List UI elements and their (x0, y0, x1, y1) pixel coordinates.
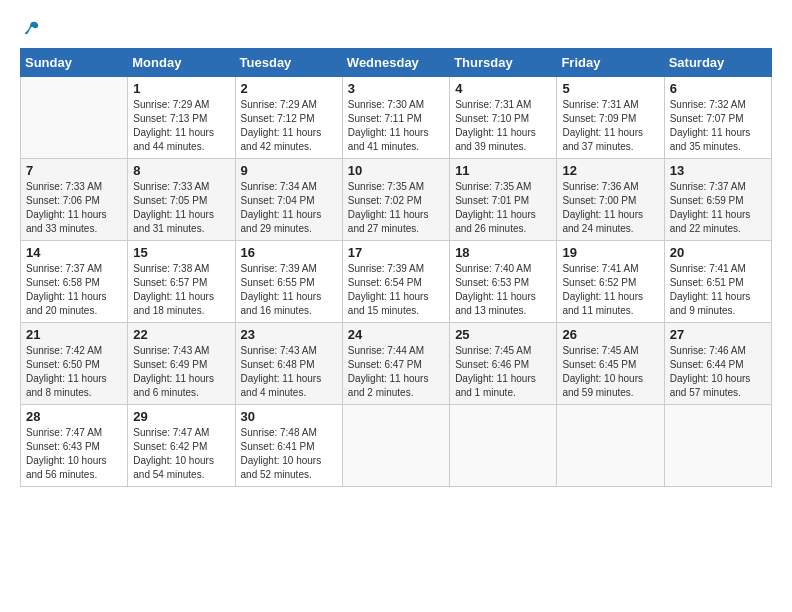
day-number: 30 (241, 409, 337, 424)
day-number: 18 (455, 245, 551, 260)
calendar-header-sunday: Sunday (21, 49, 128, 77)
day-number: 10 (348, 163, 444, 178)
day-info: Sunrise: 7:47 AMSunset: 6:42 PMDaylight:… (133, 426, 229, 482)
calendar-cell: 15Sunrise: 7:38 AMSunset: 6:57 PMDayligh… (128, 241, 235, 323)
day-info: Sunrise: 7:42 AMSunset: 6:50 PMDaylight:… (26, 344, 122, 400)
calendar-cell: 14Sunrise: 7:37 AMSunset: 6:58 PMDayligh… (21, 241, 128, 323)
day-info: Sunrise: 7:41 AMSunset: 6:52 PMDaylight:… (562, 262, 658, 318)
day-info: Sunrise: 7:32 AMSunset: 7:07 PMDaylight:… (670, 98, 766, 154)
page-header (20, 20, 772, 38)
calendar-cell: 16Sunrise: 7:39 AMSunset: 6:55 PMDayligh… (235, 241, 342, 323)
day-info: Sunrise: 7:35 AMSunset: 7:01 PMDaylight:… (455, 180, 551, 236)
day-info: Sunrise: 7:36 AMSunset: 7:00 PMDaylight:… (562, 180, 658, 236)
day-info: Sunrise: 7:39 AMSunset: 6:54 PMDaylight:… (348, 262, 444, 318)
calendar-cell: 6Sunrise: 7:32 AMSunset: 7:07 PMDaylight… (664, 77, 771, 159)
day-info: Sunrise: 7:37 AMSunset: 6:58 PMDaylight:… (26, 262, 122, 318)
day-number: 28 (26, 409, 122, 424)
day-info: Sunrise: 7:41 AMSunset: 6:51 PMDaylight:… (670, 262, 766, 318)
day-number: 27 (670, 327, 766, 342)
calendar-cell (450, 405, 557, 487)
calendar-cell: 24Sunrise: 7:44 AMSunset: 6:47 PMDayligh… (342, 323, 449, 405)
calendar-week-row: 14Sunrise: 7:37 AMSunset: 6:58 PMDayligh… (21, 241, 772, 323)
calendar-cell (557, 405, 664, 487)
day-info: Sunrise: 7:33 AMSunset: 7:05 PMDaylight:… (133, 180, 229, 236)
logo (20, 20, 40, 38)
day-info: Sunrise: 7:30 AMSunset: 7:11 PMDaylight:… (348, 98, 444, 154)
calendar-table: SundayMondayTuesdayWednesdayThursdayFrid… (20, 48, 772, 487)
calendar-body: 1Sunrise: 7:29 AMSunset: 7:13 PMDaylight… (21, 77, 772, 487)
day-number: 22 (133, 327, 229, 342)
day-info: Sunrise: 7:39 AMSunset: 6:55 PMDaylight:… (241, 262, 337, 318)
calendar-cell (21, 77, 128, 159)
calendar-cell: 30Sunrise: 7:48 AMSunset: 6:41 PMDayligh… (235, 405, 342, 487)
day-info: Sunrise: 7:43 AMSunset: 6:49 PMDaylight:… (133, 344, 229, 400)
day-info: Sunrise: 7:35 AMSunset: 7:02 PMDaylight:… (348, 180, 444, 236)
day-number: 23 (241, 327, 337, 342)
calendar-week-row: 7Sunrise: 7:33 AMSunset: 7:06 PMDaylight… (21, 159, 772, 241)
calendar-cell: 7Sunrise: 7:33 AMSunset: 7:06 PMDaylight… (21, 159, 128, 241)
day-number: 2 (241, 81, 337, 96)
day-info: Sunrise: 7:33 AMSunset: 7:06 PMDaylight:… (26, 180, 122, 236)
calendar-cell: 9Sunrise: 7:34 AMSunset: 7:04 PMDaylight… (235, 159, 342, 241)
day-number: 7 (26, 163, 122, 178)
day-number: 3 (348, 81, 444, 96)
logo-bird-icon (22, 20, 40, 38)
calendar-cell (342, 405, 449, 487)
calendar-cell: 25Sunrise: 7:45 AMSunset: 6:46 PMDayligh… (450, 323, 557, 405)
day-number: 20 (670, 245, 766, 260)
calendar-cell: 12Sunrise: 7:36 AMSunset: 7:00 PMDayligh… (557, 159, 664, 241)
day-info: Sunrise: 7:38 AMSunset: 6:57 PMDaylight:… (133, 262, 229, 318)
calendar-cell: 13Sunrise: 7:37 AMSunset: 6:59 PMDayligh… (664, 159, 771, 241)
calendar-header-row: SundayMondayTuesdayWednesdayThursdayFrid… (21, 49, 772, 77)
day-number: 9 (241, 163, 337, 178)
calendar-cell: 21Sunrise: 7:42 AMSunset: 6:50 PMDayligh… (21, 323, 128, 405)
day-info: Sunrise: 7:44 AMSunset: 6:47 PMDaylight:… (348, 344, 444, 400)
day-info: Sunrise: 7:43 AMSunset: 6:48 PMDaylight:… (241, 344, 337, 400)
calendar-cell: 18Sunrise: 7:40 AMSunset: 6:53 PMDayligh… (450, 241, 557, 323)
calendar-header-wednesday: Wednesday (342, 49, 449, 77)
calendar-cell: 20Sunrise: 7:41 AMSunset: 6:51 PMDayligh… (664, 241, 771, 323)
calendar-header-monday: Monday (128, 49, 235, 77)
calendar-header-friday: Friday (557, 49, 664, 77)
day-number: 13 (670, 163, 766, 178)
day-info: Sunrise: 7:45 AMSunset: 6:45 PMDaylight:… (562, 344, 658, 400)
day-info: Sunrise: 7:29 AMSunset: 7:13 PMDaylight:… (133, 98, 229, 154)
calendar-cell: 10Sunrise: 7:35 AMSunset: 7:02 PMDayligh… (342, 159, 449, 241)
day-info: Sunrise: 7:46 AMSunset: 6:44 PMDaylight:… (670, 344, 766, 400)
calendar-cell: 1Sunrise: 7:29 AMSunset: 7:13 PMDaylight… (128, 77, 235, 159)
day-info: Sunrise: 7:31 AMSunset: 7:10 PMDaylight:… (455, 98, 551, 154)
calendar-cell: 29Sunrise: 7:47 AMSunset: 6:42 PMDayligh… (128, 405, 235, 487)
day-number: 26 (562, 327, 658, 342)
day-info: Sunrise: 7:40 AMSunset: 6:53 PMDaylight:… (455, 262, 551, 318)
calendar-cell: 8Sunrise: 7:33 AMSunset: 7:05 PMDaylight… (128, 159, 235, 241)
calendar-header-thursday: Thursday (450, 49, 557, 77)
day-number: 16 (241, 245, 337, 260)
day-number: 29 (133, 409, 229, 424)
day-info: Sunrise: 7:31 AMSunset: 7:09 PMDaylight:… (562, 98, 658, 154)
calendar-cell: 2Sunrise: 7:29 AMSunset: 7:12 PMDaylight… (235, 77, 342, 159)
calendar-cell: 26Sunrise: 7:45 AMSunset: 6:45 PMDayligh… (557, 323, 664, 405)
day-number: 5 (562, 81, 658, 96)
calendar-cell (664, 405, 771, 487)
day-info: Sunrise: 7:34 AMSunset: 7:04 PMDaylight:… (241, 180, 337, 236)
day-info: Sunrise: 7:29 AMSunset: 7:12 PMDaylight:… (241, 98, 337, 154)
calendar-header-tuesday: Tuesday (235, 49, 342, 77)
calendar-cell: 5Sunrise: 7:31 AMSunset: 7:09 PMDaylight… (557, 77, 664, 159)
calendar-cell: 11Sunrise: 7:35 AMSunset: 7:01 PMDayligh… (450, 159, 557, 241)
day-number: 15 (133, 245, 229, 260)
calendar-header-saturday: Saturday (664, 49, 771, 77)
calendar-cell: 17Sunrise: 7:39 AMSunset: 6:54 PMDayligh… (342, 241, 449, 323)
day-number: 1 (133, 81, 229, 96)
calendar-week-row: 28Sunrise: 7:47 AMSunset: 6:43 PMDayligh… (21, 405, 772, 487)
calendar-cell: 28Sunrise: 7:47 AMSunset: 6:43 PMDayligh… (21, 405, 128, 487)
calendar-cell: 23Sunrise: 7:43 AMSunset: 6:48 PMDayligh… (235, 323, 342, 405)
calendar-cell: 4Sunrise: 7:31 AMSunset: 7:10 PMDaylight… (450, 77, 557, 159)
day-info: Sunrise: 7:37 AMSunset: 6:59 PMDaylight:… (670, 180, 766, 236)
day-number: 17 (348, 245, 444, 260)
day-number: 14 (26, 245, 122, 260)
calendar-cell: 3Sunrise: 7:30 AMSunset: 7:11 PMDaylight… (342, 77, 449, 159)
day-info: Sunrise: 7:47 AMSunset: 6:43 PMDaylight:… (26, 426, 122, 482)
day-info: Sunrise: 7:45 AMSunset: 6:46 PMDaylight:… (455, 344, 551, 400)
day-number: 25 (455, 327, 551, 342)
day-number: 24 (348, 327, 444, 342)
